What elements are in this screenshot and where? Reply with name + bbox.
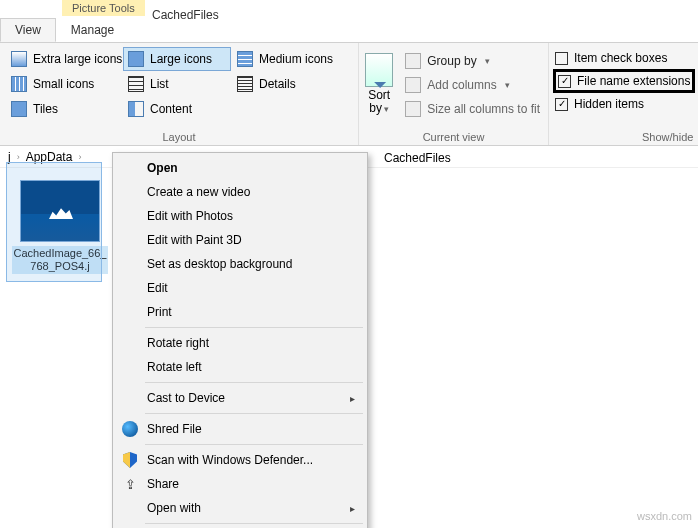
menu-edit-with-paint3d[interactable]: Edit with Paint 3D — [115, 228, 365, 252]
shred-icon — [121, 420, 139, 438]
menu-separator — [145, 444, 363, 445]
layout-medium-icons[interactable]: Medium icons — [232, 47, 352, 71]
file-name-extensions-toggle[interactable]: File name extensions — [558, 72, 690, 90]
layout-tiles[interactable]: Tiles — [6, 97, 122, 121]
layout-label: Large icons — [150, 52, 212, 66]
menu-open[interactable]: Open — [115, 156, 365, 180]
menu-open-with[interactable]: Open with — [115, 496, 365, 520]
group-label-layout: Layout — [6, 129, 352, 143]
large-icon — [128, 51, 144, 67]
layout-label: Extra large icons — [33, 52, 122, 66]
menu-label: Edit with Paint 3D — [147, 233, 242, 247]
highlight-annotation: File name extensions — [553, 69, 695, 93]
hidden-items-toggle[interactable]: Hidden items — [555, 95, 693, 113]
sort-by-button[interactable]: Sort by▾ — [365, 47, 393, 119]
menu-separator — [145, 327, 363, 328]
layout-large-icons[interactable]: Large icons — [123, 47, 231, 71]
menu-separator — [145, 382, 363, 383]
share-icon: ⇪ — [121, 475, 139, 493]
watermark: wsxdn.com — [637, 510, 692, 522]
menu-label: Edit — [147, 281, 168, 295]
menu-label: Shred File — [147, 422, 202, 436]
small-icon — [11, 76, 27, 92]
size-columns-label: Size all columns to fit — [427, 102, 540, 116]
checkbox-checked-icon — [555, 98, 568, 111]
group-by-button[interactable]: Group by▾ — [403, 51, 542, 71]
content-icon — [128, 101, 144, 117]
menu-label: Rotate left — [147, 360, 202, 374]
layout-list[interactable]: List — [123, 72, 231, 96]
menu-rotate-right[interactable]: Rotate right — [115, 331, 365, 355]
medium-icon — [237, 51, 253, 67]
layout-extra-large-icons[interactable]: Extra large icons — [6, 47, 122, 71]
layout-content[interactable]: Content — [123, 97, 231, 121]
item-check-boxes-toggle[interactable]: Item check boxes — [555, 49, 693, 67]
menu-label: Rotate right — [147, 336, 209, 350]
tab-manage[interactable]: Manage — [56, 18, 129, 42]
group-label-show-hide: Show/hide — [555, 129, 693, 143]
file-ext-label: File name extensions — [577, 74, 690, 88]
menu-rotate-left[interactable]: Rotate left — [115, 355, 365, 379]
menu-cast-to-device[interactable]: Cast to Device — [115, 386, 365, 410]
group-by-label: Group by — [427, 54, 476, 68]
menu-label: Edit with Photos — [147, 209, 233, 223]
chevron-down-icon: ▾ — [384, 104, 389, 114]
chevron-right-icon: › — [15, 152, 22, 162]
menu-shred-file[interactable]: Shred File — [115, 417, 365, 441]
list-icon — [128, 76, 144, 92]
menu-edit-with-photos[interactable]: Edit with Photos — [115, 204, 365, 228]
layout-label: List — [150, 77, 169, 91]
menu-label: Print — [147, 305, 172, 319]
menu-label: Create a new video — [147, 185, 250, 199]
menu-scan-defender[interactable]: Scan with Windows Defender... — [115, 448, 365, 472]
size-columns-icon — [405, 101, 421, 117]
chevron-down-icon: ▾ — [485, 56, 490, 66]
chevron-right-icon: › — [76, 152, 83, 162]
window-title: CachedFiles — [152, 8, 219, 22]
extra-large-icon — [11, 51, 27, 67]
tab-view[interactable]: View — [0, 18, 56, 42]
crumb-segment[interactable] — [83, 155, 91, 159]
menu-label: Open — [147, 161, 178, 175]
layout-small-icons[interactable]: Small icons — [6, 72, 122, 96]
chevron-down-icon: ▾ — [505, 80, 510, 90]
size-columns-button[interactable]: Size all columns to fit — [403, 99, 542, 119]
menu-share[interactable]: ⇪Share — [115, 472, 365, 496]
item-check-label: Item check boxes — [574, 51, 667, 65]
checkbox-icon — [555, 52, 568, 65]
context-menu: Open Create a new video Edit with Photos… — [112, 152, 368, 528]
menu-print[interactable]: Print — [115, 300, 365, 324]
contextual-tab-picture-tools: Picture Tools — [62, 0, 145, 16]
hidden-items-label: Hidden items — [574, 97, 644, 111]
add-columns-label: Add columns — [427, 78, 496, 92]
menu-label: Share — [147, 477, 179, 491]
layout-label: Small icons — [33, 77, 94, 91]
add-columns-icon — [405, 77, 421, 93]
menu-separator — [145, 523, 363, 524]
group-label-current-view: Current view — [365, 129, 542, 143]
menu-label: Set as desktop background — [147, 257, 292, 271]
checkbox-checked-icon — [558, 75, 571, 88]
tiles-icon — [11, 101, 27, 117]
layout-label: Content — [150, 102, 192, 116]
layout-label: Medium icons — [259, 52, 333, 66]
menu-separator — [145, 413, 363, 414]
layout-label: Tiles — [33, 102, 58, 116]
ribbon: Extra large icons Large icons Medium ico… — [0, 42, 698, 146]
sort-icon — [365, 53, 393, 87]
menu-set-desktop-background[interactable]: Set as desktop background — [115, 252, 365, 276]
menu-edit[interactable]: Edit — [115, 276, 365, 300]
menu-label: Cast to Device — [147, 391, 225, 405]
menu-label: Scan with Windows Defender... — [147, 453, 313, 467]
layout-details[interactable]: Details — [232, 72, 352, 96]
menu-create-new-video[interactable]: Create a new video — [115, 180, 365, 204]
group-by-icon — [405, 53, 421, 69]
layout-label: Details — [259, 77, 296, 91]
menu-label: Open with — [147, 501, 201, 515]
details-icon — [237, 76, 253, 92]
shield-icon — [121, 451, 139, 469]
crumb-current: CachedFiles — [380, 149, 455, 167]
add-columns-button[interactable]: Add columns▾ — [403, 75, 542, 95]
file-thumbnail — [20, 180, 100, 242]
